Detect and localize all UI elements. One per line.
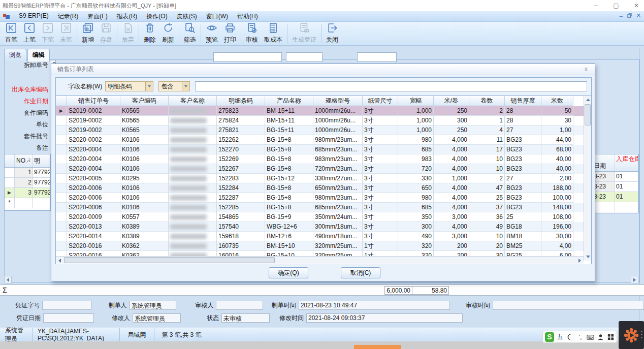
column-header[interactable]: 销售订单号	[67, 96, 120, 106]
menu-item[interactable]: 窗口(W)	[202, 11, 233, 22]
window-close-button[interactable]: ✕	[633, 2, 640, 9]
form-label: 凭证日期	[12, 314, 43, 323]
table-row[interactable]: S2019-0002K0565275824BM-15+111000mm/26u.…	[56, 116, 591, 125]
first-record-button[interactable]: 首笔	[2, 21, 20, 46]
table-cell: 100,00	[541, 193, 573, 203]
table-row[interactable]: S2020-0002K0106152262BG-15+8980mm/23um..…	[56, 135, 591, 145]
toolbar-button-label: 审核	[246, 36, 258, 44]
punctuation-icon[interactable]: ’,	[576, 333, 585, 341]
form-label: 套件编码	[24, 109, 48, 117]
menu-item[interactable]: 报表(R)	[112, 11, 142, 22]
menu-item[interactable]: 界面(F)	[83, 11, 112, 22]
table-row[interactable]: S2020-0016K0362160735BM-15+10320mm/25um.…	[56, 241, 591, 251]
cost-button[interactable]: 取成本	[261, 21, 285, 46]
table-row[interactable]: S2020-0013K0389157540WBG-12+6300mm/18um.…	[56, 222, 591, 232]
filter-button[interactable]: 筛选	[181, 21, 199, 46]
scroll-left-icon[interactable]	[56, 257, 63, 264]
next-record-button: 下笔	[39, 21, 57, 46]
column-header[interactable]: 卷数	[469, 96, 505, 106]
wubi-icon[interactable]: 五	[556, 333, 564, 341]
grid-icon[interactable]	[606, 333, 615, 341]
prev-record-button[interactable]: 上笔	[20, 21, 39, 46]
table-row[interactable]: S2020-0009K0557154865BG-15+9350mm/24um..…	[56, 212, 591, 222]
table-row[interactable]: S2019-0002K0565275821BG-15+111000mm/26u.…	[56, 125, 591, 135]
chevron-down-icon[interactable]	[145, 82, 153, 91]
column-header[interactable]: 米数	[541, 96, 573, 106]
column-header[interactable]: 销售厚度	[505, 96, 541, 106]
table-cell: 3寸	[363, 174, 398, 183]
column-header[interactable]: 宽幅	[398, 96, 434, 106]
column-header[interactable]: 客户名称	[169, 96, 217, 106]
column-header[interactable]: 明细条码	[217, 96, 265, 106]
toolbar-button-label: 取成本	[264, 36, 282, 44]
detail-row[interactable]: ▶397792	[5, 188, 50, 198]
detail-row[interactable]: 8-2301	[593, 172, 638, 182]
table-cell: 980mm/23um...	[313, 135, 363, 145]
main-grid-hscroll-left[interactable]	[4, 276, 12, 283]
sogou-icon[interactable]: S	[545, 332, 554, 342]
table-cell: S2020-0009	[67, 212, 120, 222]
column-header[interactable]: 规格型号	[313, 96, 363, 106]
refresh-button[interactable]: 刷新	[159, 21, 177, 46]
filter-search-input[interactable]	[195, 81, 587, 91]
table-row[interactable]: S2020-0005K0295152283BG-15+12330mm/27um.…	[56, 174, 591, 183]
mdi-restore-button[interactable]	[627, 13, 632, 19]
window-minimize-button[interactable]: –	[592, 2, 599, 9]
chevron-down-icon[interactable]	[182, 82, 189, 91]
confirm-button[interactable]: 确定(Q)	[269, 267, 308, 278]
column-header[interactable]: 纸管尺寸	[363, 96, 398, 106]
main-grid-hscroll-right[interactable]	[631, 276, 638, 283]
cancel-button[interactable]: 取消(C)	[341, 267, 380, 278]
scroll-right-icon[interactable]	[576, 257, 584, 264]
scroll-down-icon[interactable]	[584, 253, 592, 261]
table-cell: 4,000	[434, 193, 469, 203]
column-header[interactable]: 客户编码	[120, 96, 169, 106]
detail-row[interactable]: 8-2301	[593, 182, 638, 192]
scroll-up-icon[interactable]	[584, 96, 592, 104]
table-row[interactable]: S2020-0006K0106152285BG-15+8685mm/23um..…	[56, 203, 591, 212]
mdi-minimize-button[interactable]: –	[620, 13, 623, 19]
table-row[interactable]: S2020-0014K0389159618BM-12+6490mm/18um..…	[56, 232, 591, 241]
column-header[interactable]: 米/卷	[434, 96, 469, 106]
table-cell: 685mm/23um...	[313, 145, 363, 154]
menu-item[interactable]: 帮助(H)	[233, 11, 263, 22]
table-cell: 1000mm/26u...	[313, 106, 363, 116]
menu-item[interactable]: 操作(O)	[142, 11, 172, 22]
table-row[interactable]: S2020-0004K0106152270BG-15+8685mm/23um..…	[56, 145, 591, 154]
horizontal-scroll-thumb[interactable]	[64, 257, 275, 263]
table-cell: BM18	[505, 232, 541, 241]
moon-icon[interactable]	[566, 333, 574, 341]
filter-field-combobox[interactable]: 明细条码	[105, 81, 153, 91]
mdi-close-button[interactable]: ✕	[636, 12, 641, 19]
print-button[interactable]: 打印	[221, 21, 239, 46]
preview-button[interactable]: 预览	[203, 21, 221, 46]
table-cell: 152270	[217, 145, 265, 154]
add-button[interactable]: 新增	[79, 21, 97, 46]
table-horizontal-scrollbar[interactable]	[56, 256, 584, 264]
table-row[interactable]: ▶S2019-0002K0565275823BM-15+111000mm/26u…	[56, 106, 591, 116]
table-row[interactable]: S2020-0006K0106152284BG-15+8650mm/23um..…	[56, 183, 591, 193]
filter-operator-combobox[interactable]: 包含	[158, 81, 190, 91]
dialog-close-button[interactable]: x	[583, 66, 590, 73]
floating-app-icon[interactable]: •••	[619, 321, 644, 349]
delete-button[interactable]: 删除	[141, 21, 159, 46]
detail-row[interactable]: 8-2301	[593, 192, 638, 202]
detail-row[interactable]: 197792	[5, 168, 50, 178]
vertical-scroll-thumb[interactable]	[585, 104, 591, 125]
window-maximize-button[interactable]: ▢	[613, 2, 620, 9]
person-icon[interactable]	[596, 333, 604, 341]
audit-button[interactable]: 审核	[243, 21, 261, 46]
table-row[interactable]: S2020-0004K0106152269BG-15+8983mm/23um..…	[56, 154, 591, 164]
menu-item[interactable]: 记录(R)	[53, 11, 83, 22]
detail-row[interactable]: 297792	[5, 178, 50, 188]
menu-item[interactable]: S9 ERP(E)	[14, 11, 53, 22]
table-row[interactable]: S2020-0004K0106152267BG-15+8720mm/23um..…	[56, 164, 591, 174]
table-row[interactable]: S2020-0006K0106152287BG-15+8980mm/23um..…	[56, 193, 591, 203]
keyboard-icon[interactable]	[586, 333, 594, 341]
table-cell: 27	[505, 174, 541, 183]
exit-button[interactable]: 关闭	[323, 21, 341, 46]
new-row[interactable]: *	[5, 198, 50, 208]
table-vertical-scrollbar[interactable]	[584, 96, 591, 261]
column-header[interactable]: 产品名称	[265, 96, 313, 106]
menu-item[interactable]: 皮肤(S)	[172, 11, 202, 22]
